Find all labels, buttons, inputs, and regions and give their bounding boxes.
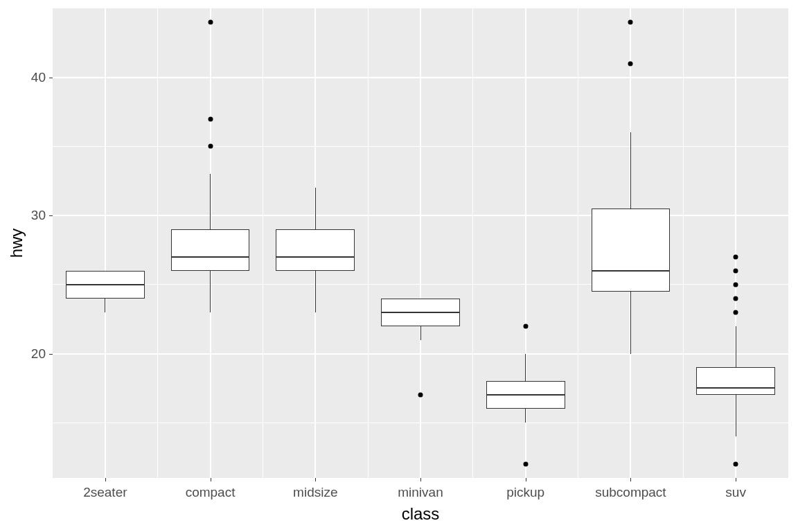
whisker-lower [315,271,316,312]
outlier-point [523,462,528,467]
x-tick-label: 2seater [83,485,127,500]
y-tick-label: 40 [25,70,46,85]
median-line [696,387,775,389]
y-tick-label: 30 [25,208,46,223]
outlier-point [208,144,213,149]
whisker-upper [315,188,316,229]
outlier-point [628,19,633,24]
whisker-lower [210,271,211,312]
outlier-point [523,323,528,328]
median-line [592,270,671,272]
median-line [486,394,565,396]
whisker-lower [630,292,631,354]
x-tick-label: midsize [293,485,337,500]
box [276,229,355,271]
outlier-point [734,268,738,273]
outlier-point [734,296,738,301]
box [171,229,250,271]
x-tick-label: minivan [398,485,443,500]
whisker-lower [525,409,526,423]
outlier-point [418,393,423,398]
boxplot-chart: hwy class 2030402seatercompactmidsizemin… [0,0,798,532]
outlier-point [734,254,738,259]
whisker-lower [105,299,105,312]
whisker-upper [736,326,736,368]
outlier-point [734,282,738,287]
x-tick-label: suv [725,485,746,500]
whisker-upper [210,174,211,229]
x-tick-label: pickup [506,485,544,500]
whisker-upper [630,132,631,209]
x-tick-label: compact [186,485,236,500]
box [592,209,671,292]
median-line [381,312,460,313]
outlier-point [628,61,633,66]
whisker-lower [420,326,421,340]
outlier-point [734,310,738,314]
outlier-point [208,116,213,121]
y-axis-title: hwy [7,229,26,258]
x-tick-label: subcompact [595,485,666,500]
box [696,367,775,395]
y-tick-label: 20 [25,346,46,362]
whisker-upper [525,354,526,382]
median-line [66,284,145,285]
outlier-point [734,462,738,467]
median-line [276,256,355,258]
outlier-point [208,19,213,24]
median-line [171,256,250,258]
x-axis-title: class [402,504,440,524]
whisker-lower [736,395,736,436]
plot-area [53,8,788,478]
